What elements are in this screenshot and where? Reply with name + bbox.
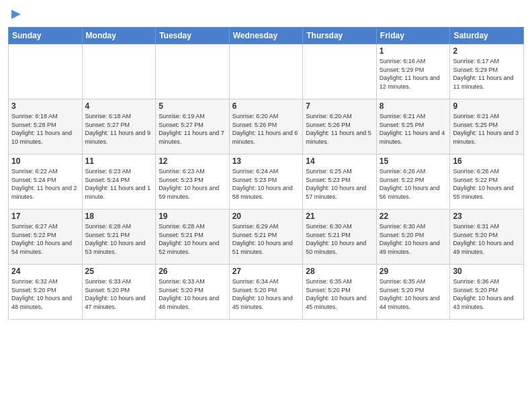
logo-icon: ▶ <box>8 7 24 23</box>
day-detail: Sunrise: 6:25 AM Sunset: 5:23 PM Dayligh… <box>306 167 373 201</box>
day-cell: 10Sunrise: 6:22 AM Sunset: 5:24 PM Dayli… <box>9 154 83 210</box>
week-row-4: 24Sunrise: 6:32 AM Sunset: 5:20 PM Dayli… <box>9 265 524 320</box>
day-detail: Sunrise: 6:27 AM Sunset: 5:22 PM Dayligh… <box>11 222 79 256</box>
day-cell: 6Sunrise: 6:20 AM Sunset: 5:26 PM Daylig… <box>229 99 303 154</box>
day-number: 4 <box>85 101 153 111</box>
day-detail: Sunrise: 6:19 AM Sunset: 5:27 PM Dayligh… <box>159 112 226 146</box>
day-cell: 21Sunrise: 6:30 AM Sunset: 5:21 PM Dayli… <box>303 210 377 265</box>
day-detail: Sunrise: 6:18 AM Sunset: 5:28 PM Dayligh… <box>11 112 79 146</box>
day-cell: 16Sunrise: 6:26 AM Sunset: 5:22 PM Dayli… <box>450 154 524 210</box>
day-cell: 8Sunrise: 6:21 AM Sunset: 5:25 PM Daylig… <box>376 99 450 154</box>
day-cell: 25Sunrise: 6:33 AM Sunset: 5:20 PM Dayli… <box>82 265 156 320</box>
week-row-2: 10Sunrise: 6:22 AM Sunset: 5:24 PM Dayli… <box>9 154 524 210</box>
day-detail: Sunrise: 6:30 AM Sunset: 5:20 PM Dayligh… <box>380 222 447 256</box>
day-number: 2 <box>453 46 521 56</box>
day-detail: Sunrise: 6:16 AM Sunset: 5:29 PM Dayligh… <box>380 57 447 91</box>
day-number: 17 <box>11 212 79 221</box>
day-number: 19 <box>159 212 226 221</box>
header-day-friday: Friday <box>376 28 450 44</box>
day-detail: Sunrise: 6:24 AM Sunset: 5:23 PM Dayligh… <box>232 167 300 201</box>
week-row-3: 17Sunrise: 6:27 AM Sunset: 5:22 PM Dayli… <box>9 210 524 265</box>
day-detail: Sunrise: 6:20 AM Sunset: 5:26 PM Dayligh… <box>232 112 300 146</box>
day-detail: Sunrise: 6:26 AM Sunset: 5:22 PM Dayligh… <box>380 167 447 201</box>
day-cell <box>156 44 230 99</box>
calendar-container: ▶ SundayMondayTuesdayWednesdayThursdayFr… <box>0 0 532 326</box>
day-cell: 29Sunrise: 6:35 AM Sunset: 5:20 PM Dayli… <box>376 265 450 320</box>
week-row-1: 3Sunrise: 6:18 AM Sunset: 5:28 PM Daylig… <box>9 99 524 154</box>
day-cell: 2Sunrise: 6:17 AM Sunset: 5:29 PM Daylig… <box>450 44 524 99</box>
day-detail: Sunrise: 6:31 AM Sunset: 5:20 PM Dayligh… <box>453 222 521 256</box>
day-number: 28 <box>306 267 373 276</box>
day-cell: 19Sunrise: 6:28 AM Sunset: 5:21 PM Dayli… <box>156 210 230 265</box>
day-cell: 11Sunrise: 6:23 AM Sunset: 5:24 PM Dayli… <box>82 154 156 210</box>
day-cell: 12Sunrise: 6:23 AM Sunset: 5:23 PM Dayli… <box>156 154 230 210</box>
day-detail: Sunrise: 6:23 AM Sunset: 5:24 PM Dayligh… <box>85 167 153 201</box>
header-day-wednesday: Wednesday <box>229 28 303 44</box>
day-cell: 15Sunrise: 6:26 AM Sunset: 5:22 PM Dayli… <box>376 154 450 210</box>
day-cell: 3Sunrise: 6:18 AM Sunset: 5:28 PM Daylig… <box>9 99 83 154</box>
day-cell: 7Sunrise: 6:20 AM Sunset: 5:26 PM Daylig… <box>303 99 377 154</box>
week-row-0: 1Sunrise: 6:16 AM Sunset: 5:29 PM Daylig… <box>9 44 524 99</box>
day-cell: 4Sunrise: 6:18 AM Sunset: 5:27 PM Daylig… <box>82 99 156 154</box>
day-cell: 27Sunrise: 6:34 AM Sunset: 5:20 PM Dayli… <box>229 265 303 320</box>
day-number: 26 <box>159 267 226 276</box>
day-detail: Sunrise: 6:35 AM Sunset: 5:20 PM Dayligh… <box>380 277 447 311</box>
day-detail: Sunrise: 6:28 AM Sunset: 5:21 PM Dayligh… <box>85 222 153 256</box>
day-detail: Sunrise: 6:21 AM Sunset: 5:25 PM Dayligh… <box>453 112 521 146</box>
day-detail: Sunrise: 6:36 AM Sunset: 5:20 PM Dayligh… <box>453 277 521 311</box>
day-number: 3 <box>11 101 79 111</box>
header-day-sunday: Sunday <box>9 28 83 44</box>
day-detail: Sunrise: 6:29 AM Sunset: 5:21 PM Dayligh… <box>232 222 300 256</box>
day-number: 6 <box>232 101 300 111</box>
day-number: 16 <box>453 156 521 166</box>
header-day-monday: Monday <box>82 28 156 44</box>
day-number: 7 <box>306 101 373 111</box>
day-detail: Sunrise: 6:33 AM Sunset: 5:20 PM Dayligh… <box>85 277 153 311</box>
day-detail: Sunrise: 6:18 AM Sunset: 5:27 PM Dayligh… <box>85 112 153 146</box>
header-row: SundayMondayTuesdayWednesdayThursdayFrid… <box>9 28 524 44</box>
day-number: 18 <box>85 212 153 221</box>
day-detail: Sunrise: 6:35 AM Sunset: 5:20 PM Dayligh… <box>306 277 373 311</box>
day-cell <box>303 44 377 99</box>
day-cell: 9Sunrise: 6:21 AM Sunset: 5:25 PM Daylig… <box>450 99 524 154</box>
day-detail: Sunrise: 6:20 AM Sunset: 5:26 PM Dayligh… <box>306 112 373 146</box>
day-number: 20 <box>232 212 300 221</box>
day-number: 24 <box>11 267 79 276</box>
day-cell: 26Sunrise: 6:33 AM Sunset: 5:20 PM Dayli… <box>156 265 230 320</box>
day-cell: 30Sunrise: 6:36 AM Sunset: 5:20 PM Dayli… <box>450 265 524 320</box>
day-cell: 20Sunrise: 6:29 AM Sunset: 5:21 PM Dayli… <box>229 210 303 265</box>
day-number: 27 <box>232 267 300 276</box>
logo: ▶ <box>8 7 27 23</box>
day-cell <box>229 44 303 99</box>
header: ▶ <box>8 7 524 23</box>
day-cell: 13Sunrise: 6:24 AM Sunset: 5:23 PM Dayli… <box>229 154 303 210</box>
day-cell: 28Sunrise: 6:35 AM Sunset: 5:20 PM Dayli… <box>303 265 377 320</box>
day-number: 30 <box>453 267 521 276</box>
header-day-tuesday: Tuesday <box>156 28 230 44</box>
day-number: 10 <box>11 156 79 166</box>
day-cell: 18Sunrise: 6:28 AM Sunset: 5:21 PM Dayli… <box>82 210 156 265</box>
header-day-saturday: Saturday <box>450 28 524 44</box>
day-detail: Sunrise: 6:17 AM Sunset: 5:29 PM Dayligh… <box>453 57 521 91</box>
day-number: 23 <box>453 212 521 221</box>
day-number: 22 <box>380 212 447 221</box>
day-number: 5 <box>159 101 226 111</box>
day-detail: Sunrise: 6:28 AM Sunset: 5:21 PM Dayligh… <box>159 222 226 256</box>
day-detail: Sunrise: 6:32 AM Sunset: 5:20 PM Dayligh… <box>11 277 79 311</box>
day-number: 21 <box>306 212 373 221</box>
day-number: 15 <box>380 156 447 166</box>
day-detail: Sunrise: 6:33 AM Sunset: 5:20 PM Dayligh… <box>159 277 226 311</box>
day-number: 9 <box>453 101 521 111</box>
day-cell: 24Sunrise: 6:32 AM Sunset: 5:20 PM Dayli… <box>9 265 83 320</box>
day-number: 29 <box>380 267 447 276</box>
day-detail: Sunrise: 6:26 AM Sunset: 5:22 PM Dayligh… <box>453 167 521 201</box>
day-number: 25 <box>85 267 153 276</box>
day-cell <box>82 44 156 99</box>
day-detail: Sunrise: 6:21 AM Sunset: 5:25 PM Dayligh… <box>380 112 447 146</box>
header-day-thursday: Thursday <box>303 28 377 44</box>
day-detail: Sunrise: 6:30 AM Sunset: 5:21 PM Dayligh… <box>306 222 373 256</box>
calendar-table: SundayMondayTuesdayWednesdayThursdayFrid… <box>8 27 524 320</box>
day-detail: Sunrise: 6:22 AM Sunset: 5:24 PM Dayligh… <box>11 167 79 201</box>
day-cell: 14Sunrise: 6:25 AM Sunset: 5:23 PM Dayli… <box>303 154 377 210</box>
svg-text:▶: ▶ <box>11 7 21 20</box>
